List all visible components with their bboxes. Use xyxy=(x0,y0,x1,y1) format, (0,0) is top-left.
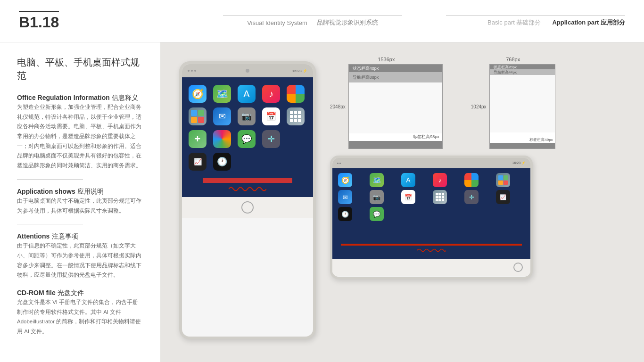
tablet-wave xyxy=(193,183,302,197)
small-dot xyxy=(337,163,339,164)
app-icon-message: 💬 xyxy=(238,130,256,148)
vis-title-en: Visual Identity System xyxy=(247,19,307,26)
diag-tab-bar-small xyxy=(490,143,555,148)
vis-title-zh: 品牌视觉形象识别系统 xyxy=(317,18,378,27)
tablet-bottom-outer xyxy=(182,197,313,218)
app-icon-blank2 xyxy=(238,153,256,171)
sm-message: 💬 xyxy=(370,207,384,221)
sidebar-main-title: 电脑、平板、手机桌面样式规范 xyxy=(17,56,143,82)
tablet-large-mockup: 16:23 ⚡ 🧭 🗺️ A ♪ xyxy=(179,61,316,339)
diag-status-bar-large: 状态栏高40px xyxy=(349,65,442,72)
main-content: 电脑、平板、手机桌面样式规范 Office Regulation Informa… xyxy=(0,42,644,362)
section-cdrom-title: CD-ROM file 光盘文件 xyxy=(17,288,143,297)
small-dot2 xyxy=(339,163,341,164)
section-att-title: Attentions 注意事项 xyxy=(17,232,143,241)
diag-nav-label-small: 导航栏高44px xyxy=(494,70,517,75)
diag-status-bar-small: 状态栏高20px xyxy=(490,65,555,69)
section-cdrom-body: 光盘文件是本 VI 手册电子文件的集合，内含手册制作时的专用软件格式文件。其中 … xyxy=(17,297,143,337)
sm-camera: 📷 xyxy=(370,190,384,204)
section-cdrom: CD-ROM file 光盘文件 光盘文件是本 VI 手册电子文件的集合，内含手… xyxy=(17,288,143,337)
diagram-ipad-retina: 1536px 2048px 状态栏高40px 导航栏高88px xyxy=(330,57,443,149)
app-icon-plus: + xyxy=(189,130,206,148)
diagrams-row: 1536px 2048px 状态栏高40px 导航栏高88px xyxy=(330,57,625,149)
section-office-body: 为塑造企业新形象，加强企业管理，配合企业商务礼仪规范，特设计各种用品，以便于企业… xyxy=(17,102,143,171)
sm-spacer xyxy=(332,226,530,244)
tablet-small-home-button[interactable] xyxy=(513,263,523,272)
divider-1 xyxy=(17,179,83,180)
diag-nav-bar-large: 导航栏高88px xyxy=(349,72,442,82)
diagram-large-box: 状态栏高40px 导航栏高88px 标签栏高98px xyxy=(348,64,443,149)
app-icon-blank1 xyxy=(287,130,305,148)
app-icon-mail: ✉ xyxy=(213,107,231,125)
section-app-body: 由于电脑桌面的尺寸不确定性，此页部分规范可作为参考使用，具体可根据实际尺寸来调整… xyxy=(17,196,143,215)
tablet-screen: 🧭 🗺️ A ♪ ✉ 📷 xyxy=(182,77,313,197)
diagram-large-side-label: 2048px xyxy=(330,104,346,109)
header-center-line xyxy=(223,15,402,16)
sm-b1 xyxy=(401,207,415,221)
sm-wave-svg xyxy=(417,247,446,253)
diagram-large-top-label: 1536px xyxy=(378,57,395,62)
app-icon-calendar: 📅 xyxy=(262,107,280,125)
sm-grid xyxy=(433,190,447,204)
app-icon-flower xyxy=(213,130,231,148)
sm-b4 xyxy=(496,207,510,221)
tablet-camera xyxy=(246,69,249,73)
section-att-body: 由于信息的不确定性，此页部分规范（如文字大小、间距等）可作为参考使用，具体可根据… xyxy=(17,241,143,280)
header-center: Visual Identity System 品牌视觉形象识别系统 xyxy=(179,15,446,27)
sm-cross: ✛ xyxy=(464,190,479,204)
sm-bottom-area xyxy=(332,244,530,255)
section-attentions: Attentions 注意事项 由于信息的不确定性，此页部分规范（如文字大小、间… xyxy=(17,232,143,280)
diag-tab-bar-large xyxy=(349,141,442,148)
header-titles: Visual Identity System 品牌视觉形象识别系统 xyxy=(247,18,378,27)
header-right-line xyxy=(446,15,625,16)
sm-safari: 🧭 xyxy=(338,173,352,187)
diag-tab-label-large: 标签栏高98px xyxy=(349,134,442,141)
sm-footer-space xyxy=(332,255,530,259)
sm-chart: 📈 xyxy=(496,190,510,204)
diagram-small-side-label: 1024px xyxy=(471,104,487,109)
right-section: 1536px 2048px 状态栏高40px 导航栏高88px xyxy=(330,57,625,348)
diagram-small-box: 状态栏高20px 导航栏高44px 标签栏高49px xyxy=(489,64,555,149)
app-icon-appstore: A xyxy=(238,85,256,103)
tablet-small-time: 16:23 ⚡ xyxy=(512,161,526,165)
tablet-home-button[interactable] xyxy=(241,201,254,214)
app-icon-maps: 🗺️ xyxy=(213,85,231,103)
tablet-small-side-btn[interactable] xyxy=(330,181,330,194)
sm-photos xyxy=(464,173,479,187)
section-office-title: Office Regulation Information 信息释义 xyxy=(17,93,143,102)
diag-status-label-small: 状态栏高20px xyxy=(494,65,517,70)
diag-nav-bar-small: 导航栏高44px xyxy=(490,69,555,75)
tablet-small-mockup: 16:23 ⚡ 🧭 🗺️ A ♪ xyxy=(330,156,533,279)
app-icon-grid xyxy=(287,107,305,125)
tablet-small-indicator xyxy=(337,163,341,164)
diagram-small-top-label: 768px xyxy=(506,57,520,62)
diag-content-small xyxy=(490,75,555,132)
sm-mail: ✉ xyxy=(338,190,352,204)
sm-calendar: 📅 xyxy=(401,190,415,204)
tablet-time: 16:23 ⚡ xyxy=(292,69,307,73)
app-icon-blank4 xyxy=(287,153,305,171)
sm-wave xyxy=(341,247,522,255)
dot-3 xyxy=(194,70,196,72)
header-right-titles: Basic part 基础部分 Application part 应用部分 xyxy=(487,18,625,27)
wave-svg xyxy=(229,185,266,193)
diag-nav-label-large: 导航栏高88px xyxy=(353,74,379,81)
tablet-icons-grid: 🧭 🗺️ A ♪ ✉ 📷 xyxy=(182,77,313,178)
header-right: Basic part 基础部分 Application part 应用部分 xyxy=(446,15,625,27)
section-app-shows: Application shows 应用说明 由于电脑桌面的尺寸不确定性，此页部… xyxy=(17,187,143,215)
content-area: 16:23 ⚡ 🧭 🗺️ A ♪ xyxy=(160,42,644,362)
section-app-title: Application shows 应用说明 xyxy=(17,187,143,196)
sm-b3 xyxy=(464,207,479,221)
tablet-small-top: 16:23 ⚡ xyxy=(332,158,530,168)
app-icon-clock: 🕐 xyxy=(213,153,231,171)
page-number: B1.18 xyxy=(19,11,59,31)
app-icon-folder xyxy=(189,107,206,125)
section-office: Office Regulation Information 信息释义 为塑造企业… xyxy=(17,93,143,171)
app-icon-blank3 xyxy=(262,153,280,171)
diag-tab-area-small: 标签栏高49px xyxy=(490,137,555,148)
header-left: B1.18 xyxy=(19,11,179,31)
sm-clock: 🕐 xyxy=(338,207,352,221)
tablet-dots xyxy=(188,70,196,72)
app-icon-music: ♪ xyxy=(262,85,280,103)
dot-2 xyxy=(191,70,193,72)
